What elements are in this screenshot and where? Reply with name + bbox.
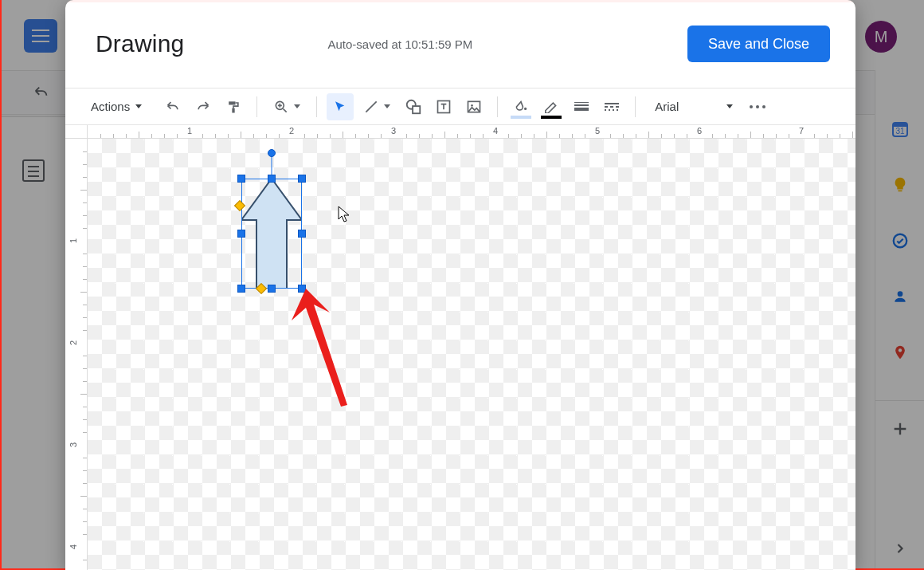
rotation-handle[interactable]: [268, 149, 276, 157]
dialog-title: Drawing: [96, 30, 184, 57]
resize-handle-nw[interactable]: [237, 175, 245, 183]
ruler-vertical[interactable]: 1234: [65, 139, 88, 570]
chevron-down-icon: [726, 104, 733, 108]
drawing-toolbar: Actions: [65, 88, 855, 125]
resize-handle-ne[interactable]: [298, 175, 306, 183]
font-family-select[interactable]: Arial: [645, 93, 741, 120]
font-family-label: Arial: [655, 100, 679, 113]
fill-color-swatch: [511, 116, 531, 119]
border-dash-button[interactable]: [598, 93, 625, 120]
resize-handle-se[interactable]: [298, 285, 306, 293]
ruler-h-label: 5: [595, 126, 600, 136]
border-weight-button[interactable]: [568, 93, 595, 120]
resize-handle-sw[interactable]: [237, 285, 245, 293]
canvas-area: 1234567 1234: [65, 125, 855, 570]
paint-format-button[interactable]: [220, 93, 247, 120]
drawing-canvas[interactable]: [88, 139, 855, 570]
ruler-v-label: 1: [69, 238, 78, 243]
resize-handle-e[interactable]: [298, 230, 306, 238]
toolbar-separator: [256, 96, 257, 117]
save-and-close-button[interactable]: Save and Close: [687, 26, 830, 62]
chevron-down-icon: [294, 104, 300, 108]
shape-tool-button[interactable]: [400, 93, 427, 120]
svg-rect-7: [233, 108, 235, 112]
actions-menu-button[interactable]: Actions: [88, 93, 145, 120]
svg-point-14: [524, 107, 527, 109]
undo-button[interactable]: [159, 93, 186, 120]
fill-color-button[interactable]: [507, 93, 534, 120]
selection-outline: [241, 179, 302, 289]
ruler-h-label: 6: [697, 126, 702, 136]
line-tool-button[interactable]: [357, 93, 397, 120]
toolbar-separator: [497, 96, 498, 117]
annotation-arrow-icon: [292, 289, 354, 408]
svg-point-13: [471, 104, 473, 107]
text-box-button[interactable]: [430, 93, 457, 120]
image-button[interactable]: [460, 93, 487, 120]
ruler-h-label: 3: [391, 126, 396, 136]
resize-handle-s[interactable]: [268, 285, 276, 293]
ruler-horizontal[interactable]: 1234567: [88, 125, 855, 139]
chevron-down-icon: [135, 104, 142, 108]
drawing-dialog: Drawing Auto-saved at 10:51:59 PM Save a…: [65, 0, 855, 570]
selected-shape-arrow-up[interactable]: [241, 179, 302, 289]
toolbar-separator: [635, 96, 636, 117]
ruler-v-label: 3: [69, 442, 78, 447]
ruler-v-label: 2: [69, 340, 78, 345]
more-options-button[interactable]: [744, 93, 771, 120]
ruler-h-label: 7: [799, 126, 804, 136]
cursor-icon: [338, 206, 350, 223]
border-color-swatch: [541, 116, 562, 119]
chevron-down-icon: [384, 104, 390, 108]
actions-label: Actions: [91, 100, 130, 113]
border-color-button[interactable]: [538, 93, 565, 120]
dialog-header: Drawing Auto-saved at 10:51:59 PM Save a…: [65, 0, 855, 88]
zoom-button[interactable]: [267, 93, 307, 120]
ruler-h-label: 4: [493, 126, 498, 136]
svg-rect-10: [413, 106, 420, 113]
more-icon: [750, 105, 765, 108]
toolbar-separator: [316, 96, 317, 117]
select-tool-button[interactable]: [327, 93, 354, 120]
ruler-corner: [65, 125, 88, 139]
edge-marker: [0, 0, 2, 570]
autosave-status: Auto-saved at 10:51:59 PM: [327, 37, 472, 51]
resize-handle-w[interactable]: [237, 230, 245, 238]
ruler-v-label: 4: [69, 544, 78, 549]
border-dash-icon: [605, 101, 619, 112]
resize-handle-n[interactable]: [268, 175, 276, 183]
border-weight-icon: [574, 100, 589, 112]
ruler-h-label: 2: [289, 126, 294, 136]
redo-button[interactable]: [190, 93, 217, 120]
ruler-h-label: 1: [187, 126, 192, 136]
